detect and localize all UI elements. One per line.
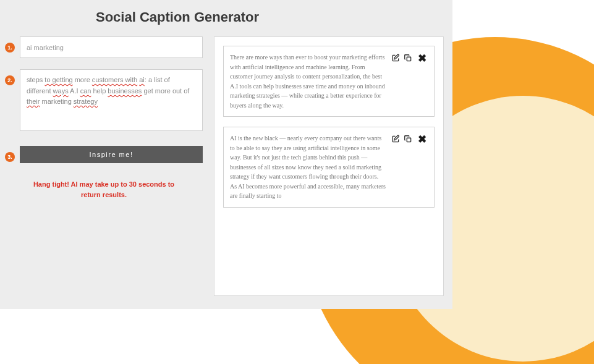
results-panel: There are more ways than ever to boost y… xyxy=(214,36,444,296)
step-1-row: 1. xyxy=(5,36,203,58)
status-message: Hang tight! AI may take up to 30 seconds… xyxy=(5,174,203,200)
step-2-badge: 2. xyxy=(5,75,15,85)
input-panel: 1. 2. steps to getting more customers wi… xyxy=(0,36,214,296)
edit-icon[interactable] xyxy=(391,53,401,63)
svg-rect-1 xyxy=(407,138,410,142)
result-actions: ✖ xyxy=(391,133,428,145)
edit-icon[interactable] xyxy=(391,134,401,144)
step-3-badge: 3. xyxy=(5,152,15,162)
app-container: Social Caption Generator 1. 2. steps to … xyxy=(0,0,452,309)
step-3-row: 3. Inspire me! xyxy=(5,146,203,163)
svg-rect-0 xyxy=(407,57,410,61)
copy-icon[interactable] xyxy=(403,134,413,144)
result-actions: ✖ xyxy=(391,53,428,64)
close-icon[interactable]: ✖ xyxy=(417,133,428,145)
result-card: There are more ways than ever to boost y… xyxy=(223,46,435,117)
topic-input[interactable] xyxy=(20,36,203,58)
content-area: 1. 2. steps to getting more customers wi… xyxy=(0,36,452,296)
step-2-row: 2. steps to getting more customers with … xyxy=(5,69,203,131)
inspire-button[interactable]: Inspire me! xyxy=(20,146,203,163)
step-1-badge: 1. xyxy=(5,43,15,53)
copy-icon[interactable] xyxy=(403,53,413,63)
result-card: AI is the new black — nearly every compa… xyxy=(223,127,435,208)
result-text: AI is the new black — nearly every compa… xyxy=(230,133,391,201)
close-icon[interactable]: ✖ xyxy=(417,53,428,64)
description-input[interactable]: steps to getting more customers with ai:… xyxy=(20,69,203,131)
page-title: Social Caption Generator xyxy=(0,0,452,36)
result-text: There are more ways than ever to boost y… xyxy=(230,53,391,110)
